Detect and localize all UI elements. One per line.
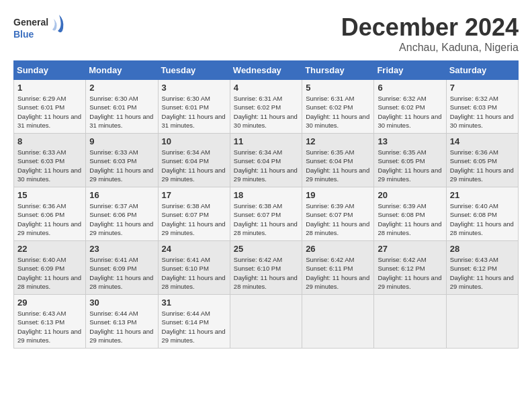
- day-number: 11: [234, 136, 298, 146]
- calendar-cell: 6 Sunrise: 6:32 AM Sunset: 6:02 PM Dayli…: [374, 80, 446, 134]
- calendar-cell: 5 Sunrise: 6:31 AM Sunset: 6:02 PM Dayli…: [302, 80, 374, 134]
- daylight: Daylight: 11 hours and 29 minutes.: [89, 167, 153, 183]
- sunrise: Sunrise: 6:44 AM: [89, 310, 138, 317]
- sunrise: Sunrise: 6:43 AM: [450, 256, 498, 263]
- day-info: Sunrise: 6:36 AM Sunset: 6:05 PM Dayligh…: [450, 148, 515, 183]
- day-number: 24: [162, 244, 226, 254]
- sunset: Sunset: 6:03 PM: [89, 157, 136, 165]
- calendar-cell: 4 Sunrise: 6:31 AM Sunset: 6:02 PM Dayli…: [230, 80, 302, 134]
- weekday-header: Sunday: [14, 61, 86, 80]
- calendar-cell: 24 Sunrise: 6:41 AM Sunset: 6:10 PM Dayl…: [158, 241, 230, 295]
- day-number: 7: [450, 83, 515, 93]
- calendar-cell: 26 Sunrise: 6:42 AM Sunset: 6:11 PM Dayl…: [302, 241, 374, 295]
- day-number: 22: [17, 244, 82, 254]
- day-number: 19: [306, 190, 370, 200]
- weekday-header: Thursday: [302, 61, 374, 80]
- day-number: 30: [89, 298, 154, 308]
- calendar-cell: 18 Sunrise: 6:38 AM Sunset: 6:07 PM Dayl…: [230, 187, 302, 241]
- calendar-week-row: 22 Sunrise: 6:40 AM Sunset: 6:09 PM Dayl…: [14, 241, 519, 295]
- daylight: Daylight: 11 hours and 29 minutes.: [378, 274, 441, 290]
- day-info: Sunrise: 6:36 AM Sunset: 6:06 PM Dayligh…: [17, 201, 82, 237]
- calendar-cell: 22 Sunrise: 6:40 AM Sunset: 6:09 PM Dayl…: [14, 241, 86, 295]
- sunrise: Sunrise: 6:34 AM: [162, 148, 210, 156]
- day-number: 15: [17, 190, 82, 200]
- calendar-cell: [446, 295, 518, 349]
- sunset: Sunset: 6:06 PM: [17, 211, 64, 218]
- day-number: 10: [162, 136, 226, 146]
- sunset: Sunset: 6:02 PM: [234, 103, 281, 111]
- calendar-cell: [230, 295, 302, 349]
- daylight: Daylight: 11 hours and 30 minutes.: [17, 167, 81, 183]
- sunset: Sunset: 6:08 PM: [450, 211, 497, 218]
- calendar-cell: 14 Sunrise: 6:36 AM Sunset: 6:05 PM Dayl…: [446, 134, 518, 187]
- sunset: Sunset: 6:03 PM: [450, 103, 497, 111]
- page-header: General Blue December 2024 Anchau, Kadun…: [13, 13, 519, 54]
- calendar-cell: [374, 295, 446, 349]
- day-number: 4: [234, 83, 298, 93]
- calendar-week-row: 29 Sunrise: 6:43 AM Sunset: 6:13 PM Dayl…: [14, 295, 519, 349]
- calendar-cell: 21 Sunrise: 6:40 AM Sunset: 6:08 PM Dayl…: [446, 187, 518, 241]
- logo: General Blue: [13, 13, 67, 44]
- calendar-table: SundayMondayTuesdayWednesdayThursdayFrid…: [13, 60, 519, 349]
- sunset: Sunset: 6:04 PM: [306, 157, 353, 165]
- title-block: December 2024 Anchau, Kaduna, Nigeria: [341, 13, 519, 54]
- day-number: 13: [378, 136, 442, 146]
- daylight: Daylight: 11 hours and 28 minutes.: [234, 274, 298, 290]
- day-info: Sunrise: 6:38 AM Sunset: 6:07 PM Dayligh…: [162, 201, 226, 237]
- daylight: Daylight: 11 hours and 31 minutes.: [17, 113, 81, 129]
- day-info: Sunrise: 6:31 AM Sunset: 6:02 PM Dayligh…: [234, 94, 298, 130]
- daylight: Daylight: 11 hours and 29 minutes.: [378, 167, 441, 183]
- daylight: Daylight: 11 hours and 29 minutes.: [17, 328, 81, 344]
- sunrise: Sunrise: 6:35 AM: [378, 148, 426, 156]
- daylight: Daylight: 11 hours and 28 minutes.: [89, 274, 153, 290]
- calendar-cell: 25 Sunrise: 6:42 AM Sunset: 6:10 PM Dayl…: [230, 241, 302, 295]
- sunrise: Sunrise: 6:38 AM: [234, 202, 282, 210]
- day-number: 5: [306, 83, 370, 93]
- daylight: Daylight: 11 hours and 30 minutes.: [378, 113, 441, 129]
- daylight: Daylight: 11 hours and 29 minutes.: [89, 328, 153, 344]
- calendar-cell: 29 Sunrise: 6:43 AM Sunset: 6:13 PM Dayl…: [14, 295, 86, 349]
- day-info: Sunrise: 6:29 AM Sunset: 6:01 PM Dayligh…: [17, 94, 82, 130]
- sunrise: Sunrise: 6:31 AM: [234, 95, 282, 102]
- sunset: Sunset: 6:07 PM: [234, 211, 281, 218]
- sunset: Sunset: 6:04 PM: [162, 157, 209, 165]
- sunset: Sunset: 6:05 PM: [378, 157, 425, 165]
- sunrise: Sunrise: 6:40 AM: [450, 202, 498, 210]
- day-info: Sunrise: 6:32 AM Sunset: 6:02 PM Dayligh…: [378, 94, 442, 130]
- sunset: Sunset: 6:08 PM: [378, 211, 425, 218]
- calendar-cell: 1 Sunrise: 6:29 AM Sunset: 6:01 PM Dayli…: [14, 80, 86, 134]
- sunset: Sunset: 6:13 PM: [17, 318, 64, 326]
- daylight: Daylight: 11 hours and 30 minutes.: [450, 113, 514, 129]
- calendar-cell: 11 Sunrise: 6:34 AM Sunset: 6:04 PM Dayl…: [230, 134, 302, 187]
- sunset: Sunset: 6:12 PM: [450, 265, 497, 272]
- sunrise: Sunrise: 6:33 AM: [17, 148, 66, 156]
- day-info: Sunrise: 6:33 AM Sunset: 6:03 PM Dayligh…: [89, 148, 154, 183]
- weekday-header: Wednesday: [230, 61, 302, 80]
- sunrise: Sunrise: 6:33 AM: [89, 148, 138, 156]
- day-number: 6: [378, 83, 442, 93]
- day-info: Sunrise: 6:35 AM Sunset: 6:04 PM Dayligh…: [306, 148, 370, 183]
- day-info: Sunrise: 6:37 AM Sunset: 6:06 PM Dayligh…: [89, 201, 154, 237]
- day-info: Sunrise: 6:34 AM Sunset: 6:04 PM Dayligh…: [162, 148, 226, 183]
- calendar-cell: 2 Sunrise: 6:30 AM Sunset: 6:01 PM Dayli…: [86, 80, 158, 134]
- sunset: Sunset: 6:09 PM: [17, 265, 64, 272]
- sunrise: Sunrise: 6:30 AM: [162, 95, 210, 102]
- sunrise: Sunrise: 6:37 AM: [89, 202, 138, 210]
- daylight: Daylight: 11 hours and 30 minutes.: [306, 113, 369, 129]
- calendar-cell: 9 Sunrise: 6:33 AM Sunset: 6:03 PM Dayli…: [86, 134, 158, 187]
- day-info: Sunrise: 6:40 AM Sunset: 6:08 PM Dayligh…: [450, 201, 515, 237]
- month-year: December 2024: [341, 13, 519, 42]
- weekday-header: Friday: [374, 61, 446, 80]
- daylight: Daylight: 11 hours and 31 minutes.: [162, 113, 226, 129]
- daylight: Daylight: 11 hours and 29 minutes.: [89, 220, 153, 236]
- calendar-cell: 31 Sunrise: 6:44 AM Sunset: 6:14 PM Dayl…: [158, 295, 230, 349]
- day-info: Sunrise: 6:30 AM Sunset: 6:01 PM Dayligh…: [89, 94, 154, 130]
- sunset: Sunset: 6:03 PM: [17, 157, 64, 165]
- weekday-header: Saturday: [446, 61, 518, 80]
- sunset: Sunset: 6:02 PM: [378, 103, 425, 111]
- day-number: 21: [450, 190, 515, 200]
- daylight: Daylight: 11 hours and 29 minutes.: [306, 274, 369, 290]
- weekday-header: Monday: [86, 61, 158, 80]
- calendar-cell: 28 Sunrise: 6:43 AM Sunset: 6:12 PM Dayl…: [446, 241, 518, 295]
- calendar-cell: 16 Sunrise: 6:37 AM Sunset: 6:06 PM Dayl…: [86, 187, 158, 241]
